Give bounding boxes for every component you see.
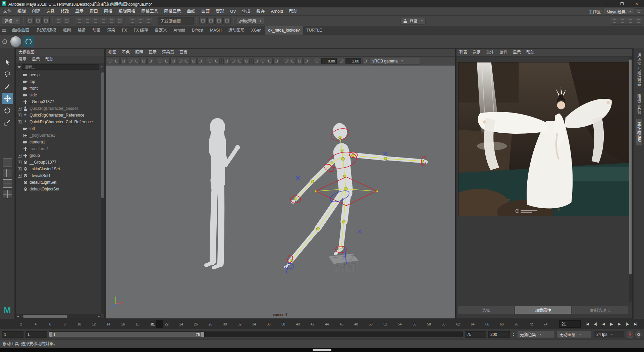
resolution-gate-icon[interactable] [170,58,176,64]
rotate-tool[interactable] [2,105,13,116]
xray-icon[interactable] [283,58,289,64]
outliner-item-left[interactable]: left [16,125,101,132]
plane-mode-icon[interactable] [303,58,309,64]
viewport-menu-显示[interactable]: 显示 [146,49,159,56]
range-end-handle[interactable] [201,332,204,337]
menu-item-Arnold[interactable]: Arnold [268,7,286,15]
single-pane-layout-button[interactable] [3,159,12,167]
render-current-frame-icon[interactable] [199,17,207,25]
outliner-item-transform1[interactable]: transform1 [16,145,101,152]
close-button[interactable]: × [629,0,644,7]
expand-icon[interactable]: + [18,167,21,171]
shelf-options-icon[interactable] [2,39,7,44]
gamma-icon[interactable] [338,58,344,64]
menu-item-编辑[interactable]: 编辑 [14,7,29,15]
snap-curve-icon[interactable] [84,17,91,25]
film-gate-icon[interactable] [164,58,170,64]
viewport-menu-面板[interactable]: 面板 [177,49,190,56]
shelf-tab-Arnold[interactable]: Arnold [170,26,189,35]
input-connections-icon[interactable] [129,17,136,25]
grease-pencil-icon[interactable] [147,58,153,64]
undo-icon[interactable] [55,17,62,25]
open-scene-icon[interactable] [34,17,42,25]
menu-item-网格[interactable]: 网格 [101,7,115,15]
shelf-tab-TURTLE[interactable]: TURTLE [303,26,325,35]
new-scene-icon[interactable] [26,17,34,25]
all-lights-icon[interactable] [230,58,236,64]
attribute-editor-menu-选定[interactable]: 选定 [470,49,483,56]
shaded-ball-shelf-icon[interactable] [10,36,21,47]
safe-title-icon[interactable] [197,58,203,64]
range-slider-track[interactable]: 1 75 [49,332,463,337]
attribute-editor-menu-列表[interactable]: 列表 [457,49,470,56]
bookmarks-icon[interactable] [127,58,133,64]
maximize-button[interactable] [614,0,629,7]
outliner-horizontal-scrollbar[interactable]: ◀ ▶ [16,314,101,318]
sidebar-tab-属性编辑器[interactable]: 属性编辑器 [636,119,642,145]
two-pane-side-layout-button[interactable] [3,169,12,177]
menu-item-帮助[interactable]: 帮助 [286,7,301,15]
workspace-options-icon[interactable] [636,8,642,14]
display-render-view-icon[interactable] [223,17,231,25]
menu-item-编辑网格[interactable]: 编辑网格 [115,7,138,15]
select-camera-icon[interactable] [107,58,113,64]
viewport-canvas-area[interactable]: TR camera1 [106,66,455,318]
shelf-tab-FX[interactable]: FX [118,26,130,35]
fps-dropdown[interactable]: 24 fps [594,331,625,338]
outliner-search-input[interactable] [22,64,99,70]
range-start-handle[interactable] [49,332,52,337]
outliner-item-_polySurface1[interactable]: _polySurface1 [16,132,101,139]
shelf-tab-运动图形[interactable]: 运动图形 [225,26,248,35]
snap-point-icon[interactable] [92,17,99,25]
output-connections-icon[interactable] [137,17,144,25]
shelf-tab-多边形建模[interactable]: 多边形建模 [33,26,59,35]
save-scene-icon[interactable] [42,17,50,25]
current-frame-field[interactable] [559,320,581,328]
shelf-menu-button[interactable] [0,26,9,35]
construction-history-icon[interactable] [145,17,152,25]
attribute-editor-menu-属性[interactable]: 属性 [497,49,510,56]
shadows-icon[interactable] [237,58,243,64]
outliner-item-_Group31377[interactable]: _Group31377 [16,98,101,105]
shelf-tab-XGen[interactable]: XGen [248,26,265,35]
attribute-editor-button-加载属性[interactable]: 加载属性 [515,306,571,314]
outliner-item-_tweakSet1[interactable]: +_tweakSet1 [16,172,101,179]
two-pane-stacked-layout-button[interactable] [3,179,12,188]
outliner-menu-帮助[interactable]: 帮助 [43,56,56,63]
shelf-tab-装备[interactable]: 装备 [74,26,89,35]
multisample-icon[interactable] [260,58,266,64]
outliner-item-QuickRigCharacter_Reference[interactable]: +QuickRigCharacter_Reference [16,112,101,119]
playback-start-field[interactable] [25,331,47,338]
outliner-item-camera1[interactable]: camera1 [16,139,101,145]
shelf-tab-dk_mtoa_lookdev[interactable]: dk_mtoa_lookdev [265,26,303,35]
frame-all-icon[interactable] [207,58,213,64]
attribute-editor-menu-帮助[interactable]: 帮助 [524,49,537,56]
expand-icon[interactable]: + [18,120,21,124]
exposure-field[interactable] [321,58,337,64]
outliner-item-top[interactable]: top [16,78,101,85]
scrollbar-track[interactable] [20,314,97,318]
select-tool[interactable] [2,56,13,68]
outliner-item-defaultLightSet[interactable]: defaultLightSet [16,179,101,186]
menu-item-曲线[interactable]: 曲线 [184,7,198,15]
range-spinner-icon[interactable]: ▲▼ [513,333,515,337]
paint-select-tool[interactable] [2,81,13,92]
scrollbar-handle[interactable] [23,315,67,318]
sidebar-tab-建模工具包[interactable]: 建模工具包 [636,91,642,117]
attribute-editor-menu-显示[interactable]: 显示 [510,49,524,56]
menu-item-缓存[interactable]: 缓存 [254,7,268,15]
outliner-item-group[interactable]: +group [16,152,101,159]
shelf-tab-动画[interactable]: 动画 [89,26,104,35]
viewport-menu-渲染器[interactable]: 渲染器 [159,49,177,56]
outliner-item-defaultObjectSet[interactable]: defaultObjectSet [16,186,101,192]
expand-icon[interactable]: + [18,114,21,117]
menu-item-网格工具[interactable]: 网格工具 [138,7,161,15]
menu-item-生成[interactable]: 生成 [239,7,254,15]
expand-icon[interactable]: + [18,154,21,158]
scale-tool[interactable] [2,117,13,128]
menu-item-创建[interactable]: 创建 [29,7,43,15]
menu-item-变形[interactable]: 变形 [213,7,227,15]
textures-icon[interactable] [297,58,303,64]
timeline-ruler[interactable]: 21 2468101214161820222426283032343638404… [10,319,556,329]
windows-taskbar-strip[interactable] [0,348,644,352]
